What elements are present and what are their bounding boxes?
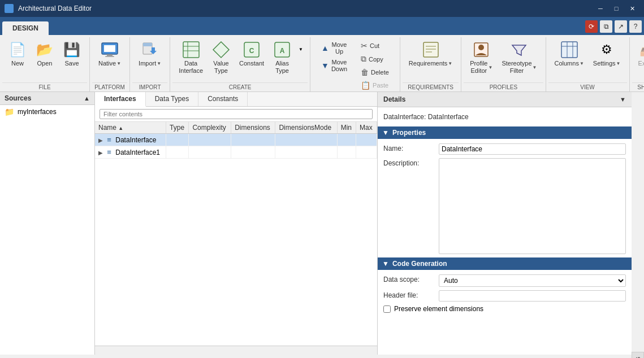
move-up-icon: ▲ bbox=[321, 43, 329, 53]
tab-interfaces[interactable]: Interfaces bbox=[95, 92, 146, 107]
code-gen-section-label: Code Generation bbox=[392, 260, 447, 268]
columns-button[interactable]: Columns ▼ bbox=[551, 38, 588, 69]
paste-icon: 📋 bbox=[361, 81, 370, 90]
native-dropdown-arrow: ▼ bbox=[116, 61, 121, 66]
maximize-button[interactable]: □ bbox=[609, 3, 624, 14]
export-icon: 📤 bbox=[638, 41, 645, 59]
sources-title: Sources bbox=[5, 94, 31, 102]
ribbon-tab-bar: DESIGN ⟳ ⧉ ↗ ? bbox=[0, 17, 644, 35]
settings-button[interactable]: ⚙ Settings ▼ bbox=[589, 38, 625, 69]
preserve-dimensions-label: Preserve element dimensions bbox=[394, 305, 483, 313]
row2-min bbox=[337, 146, 356, 159]
data-interface-button[interactable]: DataInterface bbox=[175, 38, 207, 77]
row2-type bbox=[166, 146, 189, 159]
paste-label: Paste bbox=[373, 82, 388, 89]
paste-button[interactable]: 📋 Paste bbox=[357, 79, 393, 91]
profile-editor-button[interactable]: ProfileEditor ▼ bbox=[466, 38, 496, 77]
preserve-dimensions-checkbox[interactable] bbox=[383, 305, 391, 313]
profiles-group-label: PROFILES bbox=[464, 82, 543, 91]
ribbon-group-platform: Native ▼ PLATFORM bbox=[90, 37, 130, 91]
file-group-label: FILE bbox=[2, 82, 87, 91]
move-up-label: Move Up bbox=[331, 41, 347, 55]
row2-expand-icon[interactable]: ▶ bbox=[98, 150, 103, 156]
horizontal-scrollbar[interactable] bbox=[95, 346, 377, 355]
description-prop-row: Description: bbox=[383, 158, 626, 254]
svg-rect-3 bbox=[105, 56, 114, 57]
delete-button[interactable]: 🗑 Delete bbox=[357, 66, 393, 78]
stereotype-filter-dropdown-arrow: ▼ bbox=[533, 65, 537, 70]
alias-type-button[interactable]: A AliasType bbox=[269, 38, 295, 77]
move-down-label: Move Down bbox=[331, 59, 347, 72]
constant-button[interactable]: C Constant bbox=[235, 38, 268, 69]
platform-group-label: PLATFORM bbox=[92, 82, 127, 91]
toolbar-icon-3[interactable]: ↗ bbox=[615, 20, 627, 33]
design-tab[interactable]: DESIGN bbox=[2, 21, 49, 35]
col-min[interactable]: Min bbox=[337, 122, 356, 134]
table-row[interactable]: ▶ ≡ DataInterface1 bbox=[95, 146, 377, 159]
filter-bar bbox=[95, 107, 377, 122]
details-collapse-icon[interactable]: ▼ bbox=[620, 96, 626, 103]
requirements-button[interactable]: Requirements ▼ bbox=[405, 38, 456, 69]
sources-item-my-interfaces[interactable]: 📁 myInterfaces bbox=[0, 105, 94, 119]
data-table: Name ▲ Type Complexity Dimensions Dimens… bbox=[95, 122, 377, 159]
properties-collapse-icon[interactable]: ▼ bbox=[382, 129, 389, 137]
open-label: Open bbox=[37, 60, 53, 67]
view-group-label: VIEW bbox=[548, 82, 627, 91]
row2-data-icon: ≡ bbox=[107, 148, 111, 156]
description-prop-textarea[interactable] bbox=[439, 158, 626, 254]
table-scroll[interactable]: Name ▲ Type Complexity Dimensions Dimens… bbox=[95, 122, 377, 346]
columns-icon bbox=[560, 41, 578, 59]
requirements-icon bbox=[422, 41, 440, 59]
open-button[interactable]: 📂 Open bbox=[32, 38, 58, 69]
native-button[interactable]: Native ▼ bbox=[94, 38, 125, 69]
tab-data-types[interactable]: Data Types bbox=[146, 92, 198, 106]
move-down-button[interactable]: ▼ Move Down bbox=[317, 57, 351, 74]
header-file-input[interactable] bbox=[439, 290, 626, 302]
close-button[interactable]: ✕ bbox=[625, 3, 639, 14]
requirements-dropdown-arrow: ▼ bbox=[448, 61, 452, 66]
minimize-button[interactable]: ─ bbox=[593, 3, 608, 14]
svg-marker-10 bbox=[213, 42, 229, 58]
svg-rect-21 bbox=[561, 42, 577, 58]
cut-button[interactable]: ✂ Cut bbox=[357, 40, 393, 52]
value-type-button[interactable]: ValueType bbox=[208, 38, 234, 77]
save-button[interactable]: 💾 Save bbox=[59, 38, 85, 69]
content-area: Interfaces Data Types Constants Name ▲ T… bbox=[95, 92, 377, 355]
open-icon: 📂 bbox=[36, 41, 54, 59]
toolbar-icon-2[interactable]: ⧉ bbox=[600, 20, 612, 33]
tab-constants[interactable]: Constants bbox=[198, 92, 248, 106]
col-complexity[interactable]: Complexity bbox=[189, 122, 231, 134]
name-prop-row: Name: bbox=[383, 143, 626, 155]
stereotype-filter-button[interactable]: StereotypeFilter ▼ bbox=[498, 38, 541, 77]
move-up-button[interactable]: ▲ Move Up bbox=[317, 40, 351, 56]
alias-type-icon: A bbox=[273, 41, 291, 59]
data-scope-select[interactable]: Auto Local Global bbox=[439, 274, 626, 287]
col-dimensions[interactable]: Dimensions bbox=[231, 122, 275, 134]
name-prop-input[interactable] bbox=[439, 143, 626, 155]
row2-max bbox=[356, 146, 377, 159]
import-button[interactable]: Import ▼ bbox=[135, 38, 165, 69]
table-row[interactable]: ▶ ≡ DataInterface bbox=[95, 134, 377, 146]
requirements-group-label: REQUIREMENTS bbox=[403, 82, 459, 91]
sources-collapse-icon[interactable]: ▲ bbox=[84, 95, 90, 102]
filter-input[interactable] bbox=[100, 109, 373, 119]
row1-expand-icon[interactable]: ▶ bbox=[98, 137, 103, 143]
col-type[interactable]: Type bbox=[166, 122, 189, 134]
properties-section-label: Properties bbox=[392, 129, 426, 137]
alias-type-label: AliasType bbox=[275, 60, 289, 75]
sort-arrow: ▲ bbox=[118, 125, 123, 131]
ribbon-group-edit: ▲ Move Up ▼ Move Down ✂ Cut ⧉ Co bbox=[310, 37, 400, 91]
columns-label: Columns bbox=[555, 60, 579, 67]
col-max[interactable]: Max bbox=[356, 122, 377, 134]
stereotypes-tab[interactable]: Stereotypes bbox=[632, 352, 644, 358]
col-name[interactable]: Name ▲ bbox=[95, 122, 166, 134]
svg-point-20 bbox=[478, 45, 484, 50]
new-button[interactable]: 📄 New bbox=[5, 38, 31, 69]
export-button[interactable]: 📤 Export bbox=[634, 38, 645, 69]
copy-button[interactable]: ⧉ Copy bbox=[357, 53, 393, 66]
col-dimensions-mode[interactable]: DimensionsMode bbox=[275, 122, 337, 134]
code-gen-collapse-icon[interactable]: ▼ bbox=[382, 260, 389, 268]
toolbar-icon-1[interactable]: ⟳ bbox=[585, 20, 598, 33]
create-more-button[interactable]: ▼ bbox=[296, 38, 305, 60]
help-button[interactable]: ? bbox=[629, 20, 642, 33]
